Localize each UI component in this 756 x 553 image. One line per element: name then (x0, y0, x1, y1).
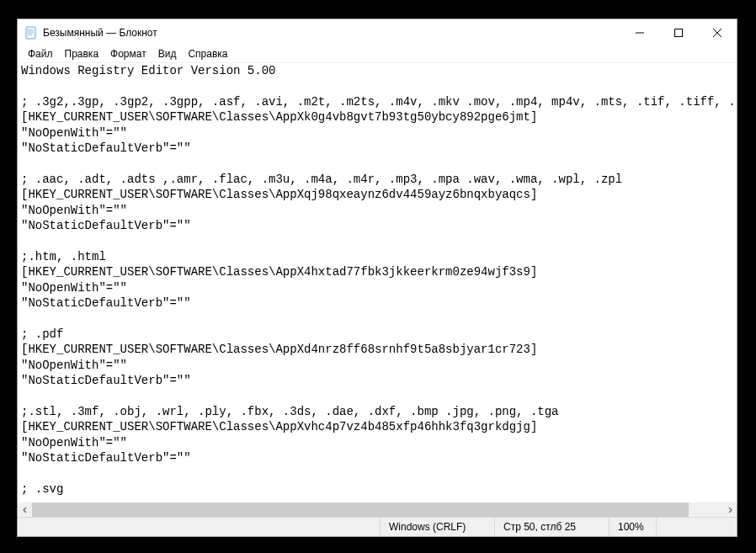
text-editor[interactable]: Windows Registry Editor Version 5.00 ; .… (18, 63, 737, 502)
menu-view[interactable]: Вид (152, 47, 183, 61)
window-title: Безымянный — Блокнот (43, 27, 157, 39)
scrollbar-track[interactable] (32, 502, 722, 517)
svg-rect-1 (26, 26, 29, 38)
status-line-ending: Windows (CRLF) (380, 518, 494, 536)
menu-edit[interactable]: Правка (59, 47, 105, 61)
status-empty (656, 518, 737, 536)
minimize-button[interactable] (620, 19, 659, 45)
close-button[interactable] (698, 19, 737, 45)
menu-help[interactable]: Справка (182, 47, 233, 61)
maximize-button[interactable] (659, 19, 698, 45)
horizontal-scrollbar[interactable] (18, 502, 737, 517)
menu-format[interactable]: Формат (104, 47, 152, 61)
notepad-window: Безымянный — Блокнот Файл Правка Формат … (17, 19, 737, 537)
title-bar: Безымянный — Блокнот (18, 19, 737, 45)
svg-rect-2 (675, 29, 683, 36)
menu-file[interactable]: Файл (22, 47, 59, 61)
status-bar: Windows (CRLF) Стр 50, стлб 25 100% (18, 517, 737, 536)
scroll-right-arrow-icon[interactable] (722, 502, 737, 517)
status-zoom: 100% (609, 518, 656, 536)
notepad-icon (24, 26, 38, 40)
menu-bar: Файл Правка Формат Вид Справка (18, 45, 737, 63)
status-cursor-position: Стр 50, стлб 25 (494, 518, 609, 536)
scroll-left-arrow-icon[interactable] (18, 502, 32, 517)
content-area: Windows Registry Editor Version 5.00 ; .… (18, 63, 737, 517)
scrollbar-thumb[interactable] (32, 502, 689, 517)
